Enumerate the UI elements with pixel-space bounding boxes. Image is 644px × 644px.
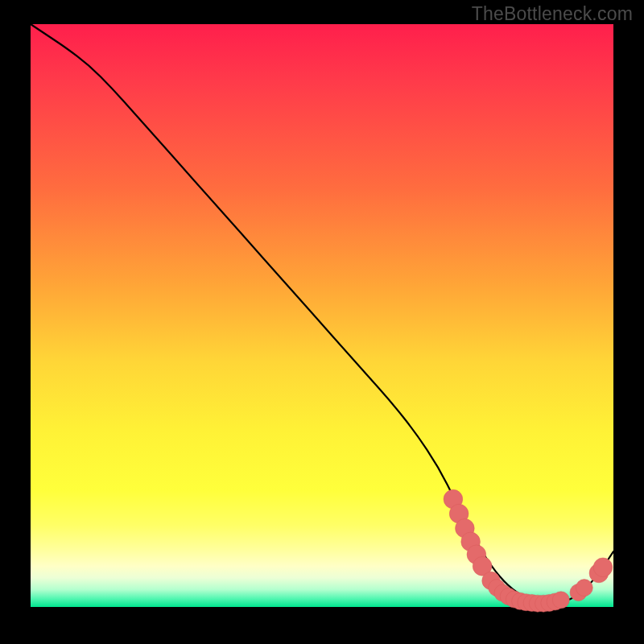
watermark-text: TheBottleneck.com: [472, 3, 633, 25]
curve-marker: [593, 558, 613, 577]
chart-frame: TheBottleneck.com: [0, 0, 644, 644]
bottleneck-curve: [31, 24, 613, 604]
plot-area: [31, 24, 613, 607]
curve-markers: [444, 489, 613, 612]
curve-marker: [576, 580, 592, 597]
curve-marker: [552, 592, 569, 609]
chart-overlay-svg: [31, 24, 613, 607]
